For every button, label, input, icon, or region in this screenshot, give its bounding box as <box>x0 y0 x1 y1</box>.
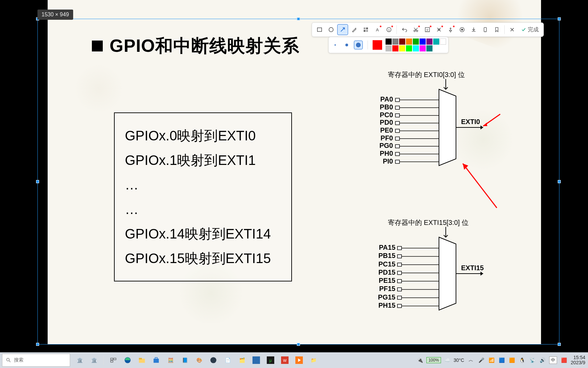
color-swatch[interactable] <box>413 45 419 51</box>
taskbar-player[interactable] <box>293 354 305 366</box>
color-swatch[interactable] <box>426 39 432 45</box>
taskbar-keil[interactable]: μ <box>264 354 277 366</box>
weather-icon[interactable]: ☁️ <box>444 357 450 363</box>
stroke-small[interactable] <box>331 41 340 49</box>
tool-close[interactable] <box>507 24 518 35</box>
tool-text[interactable]: A <box>372 24 383 35</box>
tray-wifi-icon[interactable]: 📡 <box>529 357 536 364</box>
svg-rect-60 <box>366 28 368 29</box>
svg-text:EXTI0: EXTI0 <box>461 118 480 125</box>
taskbar-building-icon[interactable]: 🏛️ <box>74 354 86 366</box>
color-swatch[interactable] <box>413 39 419 45</box>
tool-pen[interactable] <box>349 24 360 35</box>
resize-handle-s[interactable] <box>297 343 300 346</box>
taskbar-app1[interactable]: 📘 <box>179 354 191 366</box>
color-swatch[interactable] <box>386 39 392 45</box>
check-icon <box>521 27 526 32</box>
color-swatch[interactable] <box>386 45 392 51</box>
svg-text:寄存器中的 EXTI0[3:0] 位: 寄存器中的 EXTI0[3:0] 位 <box>388 71 465 78</box>
taskbar-building2-icon[interactable]: 🏛️ <box>88 354 100 366</box>
svg-text:EXTI15: EXTI15 <box>461 264 484 272</box>
mapping-line: GPIOx.0映射到EXTI0 <box>125 123 271 148</box>
taskbar-paint[interactable]: 🎨 <box>193 354 205 366</box>
stroke-medium[interactable] <box>342 41 351 49</box>
resize-handle-e[interactable] <box>558 180 561 183</box>
color-swatch[interactable] <box>392 39 398 45</box>
svg-rect-62 <box>366 30 368 32</box>
tool-undo[interactable] <box>399 24 410 35</box>
tool-bookmark[interactable] <box>491 24 502 35</box>
tool-phone[interactable] <box>480 24 491 35</box>
svg-text:PD0: PD0 <box>380 119 393 126</box>
ime-indicator[interactable]: 中 <box>549 356 557 364</box>
color-palette <box>386 39 446 51</box>
taskbar-wps[interactable]: W <box>279 354 291 366</box>
color-swatch[interactable] <box>392 45 398 51</box>
color-swatch[interactable] <box>399 45 405 51</box>
tool-mosaic[interactable] <box>360 24 371 35</box>
svg-rect-81 <box>139 358 142 359</box>
annotation-arrow <box>480 112 504 129</box>
tool-pin[interactable] <box>445 24 456 35</box>
tray-app2-icon[interactable]: 🟦 <box>498 357 505 364</box>
taskbar-app4[interactable] <box>250 354 262 366</box>
battery-plug-icon[interactable]: 🔌 <box>417 357 423 363</box>
svg-text:PD15: PD15 <box>378 269 395 276</box>
svg-rect-57 <box>317 28 322 32</box>
color-swatch[interactable] <box>399 39 405 45</box>
color-swatch[interactable] <box>420 39 426 45</box>
svg-text:PB15: PB15 <box>378 252 395 259</box>
tray-app3-icon[interactable]: 🟧 <box>508 357 515 364</box>
windows-taskbar: 搜索 🏛️ 🏛️ 🧮 📘 🎨 📄 🗂️ μ W 📁 🔌 100% <box>0 352 588 368</box>
done-button[interactable]: 完成 <box>518 24 541 35</box>
tool-ellipse[interactable] <box>326 24 337 35</box>
taskbar-app5[interactable]: 📁 <box>307 354 320 366</box>
taskbar-search[interactable]: 搜索 <box>2 354 70 367</box>
taskbar-app2[interactable]: 📄 <box>222 354 234 366</box>
stroke-large[interactable] <box>354 41 363 49</box>
svg-rect-76 <box>111 358 113 360</box>
color-swatch[interactable] <box>426 45 432 51</box>
resize-handle-ne[interactable] <box>558 17 561 20</box>
svg-text:PH15: PH15 <box>378 302 395 309</box>
svg-text:文: 文 <box>426 29 429 32</box>
taskbar-edge[interactable] <box>121 354 134 366</box>
taskbar-terminal[interactable] <box>207 354 219 366</box>
taskbar-calculator[interactable]: 🧮 <box>164 354 177 366</box>
resize-handle-n[interactable] <box>297 17 300 20</box>
color-swatch[interactable] <box>420 45 426 51</box>
color-swatch[interactable] <box>440 39 446 45</box>
color-swatch[interactable] <box>433 39 439 45</box>
mapping-line: GPIOx.14映射到EXTI14 <box>125 221 271 246</box>
tool-ocr[interactable]: 文 <box>422 24 433 35</box>
taskbar-app3[interactable]: 🗂️ <box>236 354 248 366</box>
tray-app1-icon[interactable]: 📶 <box>488 357 495 364</box>
taskbar-clock[interactable]: 15:54 2023/9 <box>571 355 585 366</box>
color-swatch[interactable] <box>406 45 412 51</box>
taskbar-explorer[interactable] <box>136 354 148 366</box>
resize-handle-sw[interactable] <box>36 343 39 346</box>
tool-translate[interactable] <box>434 24 444 35</box>
svg-text:PF15: PF15 <box>379 285 395 292</box>
tray-qq-icon[interactable]: 🐧 <box>519 357 525 364</box>
taskbar-store[interactable] <box>150 354 162 366</box>
color-swatch[interactable] <box>406 39 412 45</box>
tray-mic-icon[interactable]: 🎤 <box>478 357 485 364</box>
svg-rect-5 <box>395 106 399 109</box>
tray-volume-icon[interactable]: 🔊 <box>539 357 546 364</box>
tray-chevron[interactable]: ︿ <box>468 357 474 364</box>
tool-rectangle[interactable] <box>314 24 325 35</box>
tool-download[interactable] <box>468 24 479 35</box>
tray-snipaste-icon[interactable]: 🟥 <box>560 357 567 364</box>
svg-point-66 <box>414 30 415 32</box>
taskbar-taskview[interactable] <box>107 354 119 366</box>
svg-rect-11 <box>395 121 399 125</box>
mux-diagram-exti15: 寄存器中的 EXTI15[3:0] 位 PA15PB15PC15PD15PE15… <box>374 218 517 344</box>
resize-handle-se[interactable] <box>558 343 561 346</box>
tool-number[interactable]: 1 <box>383 24 394 35</box>
svg-text:PA15: PA15 <box>379 244 395 251</box>
resize-handle-w[interactable] <box>36 180 39 183</box>
tool-scissors[interactable] <box>410 24 421 35</box>
tool-record[interactable] <box>457 24 468 35</box>
tool-arrow[interactable] <box>337 24 348 35</box>
